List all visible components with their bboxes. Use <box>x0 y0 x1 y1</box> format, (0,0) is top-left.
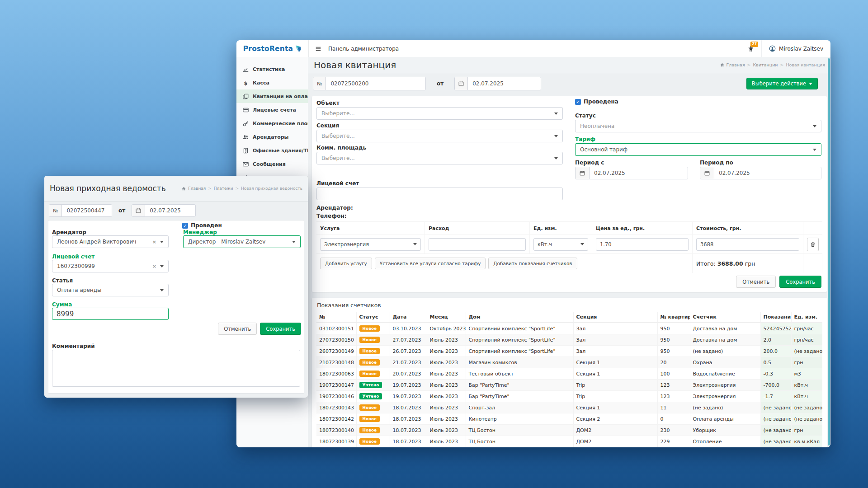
comm-area-select[interactable]: Выберите... <box>316 152 563 164</box>
table-row[interactable]: 26072300149Новое26.07.2023Июль 2023Спорт… <box>316 346 822 357</box>
receipt-date-input[interactable] <box>468 77 541 90</box>
table-row[interactable]: 27072300150Новое27.07.2023Июль 2023Спорт… <box>316 334 822 346</box>
cancel-button[interactable]: Отменить <box>736 276 776 288</box>
hamburger-icon[interactable] <box>308 40 328 57</box>
save-button[interactable]: Сохранить <box>260 323 301 335</box>
breadcrumb-item[interactable]: Главная <box>188 186 206 191</box>
posted-checkbox[interactable]: ✓ Проведена <box>575 99 618 105</box>
status-label: Статус <box>575 113 596 119</box>
period-to-input[interactable] <box>714 167 821 179</box>
table-cell: Доставка на дом <box>690 334 760 346</box>
table-cell: (не задано) <box>690 346 760 357</box>
table-cell: 18072300140 <box>316 425 356 436</box>
table-row[interactable]: 19072300146Учтено19.07.2023Июль 2023Бар … <box>316 391 822 402</box>
users-icon <box>243 134 249 140</box>
account-select[interactable]: 16072300999× <box>52 260 169 272</box>
statement-date-group <box>132 204 196 217</box>
breadcrumb: Главная>Квитанции>Новая квитанция <box>720 62 825 67</box>
price-input[interactable] <box>596 239 688 250</box>
clear-icon[interactable]: × <box>152 239 156 244</box>
manager-select[interactable]: Директор - Miroslav Zaitsev <box>183 235 301 248</box>
services-buttons: Добавить услугу Установить все услуги со… <box>316 254 693 273</box>
breadcrumb-item: Новая приходная ведомость <box>241 186 302 191</box>
table-cell: 27072300150 <box>316 334 356 346</box>
amount-input[interactable] <box>52 308 169 320</box>
tariff-select[interactable]: Основной тариф <box>575 143 821 156</box>
add-service-button[interactable]: Добавить услугу <box>320 258 372 269</box>
calendar-icon <box>132 205 145 216</box>
cost-input[interactable] <box>697 239 799 250</box>
caret-down-icon <box>809 83 812 85</box>
status-badge: Новое <box>359 427 380 433</box>
add-meter-readings-button[interactable]: Добавить показания счетчиков <box>488 258 577 269</box>
receipt-number-input[interactable] <box>326 77 425 90</box>
sidebar-item-commercial[interactable]: Коммерческие площади <box>236 117 308 130</box>
sidebar-item-buildings[interactable]: Офисные здания/ТРЦ <box>236 144 308 157</box>
user-menu[interactable]: Miroslav Zaitsev <box>762 40 830 57</box>
statement-number-group: № <box>49 204 112 217</box>
tenant-select[interactable]: Леонов Андрей Викторович× <box>52 235 169 248</box>
table-cell: Новое <box>356 413 390 425</box>
trash-icon <box>810 242 816 247</box>
breadcrumb-item[interactable]: Главная <box>726 62 745 67</box>
key-icon <box>243 121 249 127</box>
article-select[interactable]: Оплата аренды <box>52 284 169 296</box>
notifications-button[interactable]: 27 <box>741 40 762 57</box>
table-cell: Тестовый объект <box>466 368 573 380</box>
brand-logo[interactable]: ProstoRenta <box>236 40 309 57</box>
period-from-group <box>575 167 688 179</box>
delete-service-button[interactable] <box>807 238 819 251</box>
posted-checkbox[interactable]: ✓ Проведен <box>182 222 222 229</box>
table-row[interactable]: 18072300063Новое20.07.2023Июль 2023Тесто… <box>316 368 822 380</box>
set-all-services-button[interactable]: Установить все услуги согласно тарифу <box>375 258 486 269</box>
sidebar-item-messages[interactable]: Сообщения <box>236 157 308 171</box>
unit-select[interactable]: кВт.ч <box>533 238 588 251</box>
breadcrumb-item[interactable]: Квитанции <box>753 62 778 67</box>
clear-icon[interactable]: × <box>152 264 156 269</box>
period-from-input[interactable] <box>590 167 688 179</box>
sidebar-item-cash[interactable]: $Касса <box>236 76 308 89</box>
table-cell: Новое <box>356 357 390 368</box>
statement-date-input[interactable] <box>145 205 196 216</box>
account-input[interactable] <box>316 188 563 200</box>
income-statement-window: Новая приходная ведомость Главная>Платеж… <box>44 176 308 398</box>
sidebar-item-label: Лицевые счета <box>253 107 296 113</box>
meters-column-header: Секция <box>573 312 657 323</box>
table-row[interactable]: 18072300143Новое18.07.2023Июль 2023Спорт… <box>316 402 822 413</box>
sidebar-item-tenants[interactable]: Арендаторы <box>236 130 308 144</box>
section-select[interactable]: Выберите... <box>316 130 563 142</box>
table-row[interactable]: 21072300148Новое21.07.2023Июль 2023Магаз… <box>316 357 822 368</box>
breadcrumb-separator: > <box>236 186 239 191</box>
sidebar-item-label: Офисные здания/ТРЦ <box>253 148 308 154</box>
table-cell: 20.07.2023 <box>390 368 427 380</box>
sidebar-item-stats[interactable]: Статистика <box>236 62 308 76</box>
table-cell: 950 <box>657 323 690 334</box>
table-row[interactable]: 03102300151Новое03.10.2023Октябрь 2023Сп… <box>316 323 822 334</box>
table-cell: 18.07.2023 <box>390 425 427 436</box>
save-button[interactable]: Сохранить <box>779 276 821 288</box>
table-cell: 18.07.2023 <box>390 402 427 413</box>
table-cell: Новое <box>356 402 390 413</box>
sidebar-item-accounts[interactable]: Лицевые счета <box>236 103 308 117</box>
cancel-button[interactable]: Отменить <box>218 323 257 335</box>
content-area: Новая квитанция Главная>Квитанции>Новая … <box>308 57 830 447</box>
expense-input[interactable] <box>429 239 525 250</box>
status-select[interactable]: Неоплачена <box>575 120 821 132</box>
window-scrollbar[interactable] <box>828 58 830 446</box>
table-row[interactable]: 18072300139Новое18.07.2023Июль 2023ТЦ Бо… <box>316 436 822 447</box>
table-cell: 524245252.0 <box>760 323 791 334</box>
service-select[interactable]: Электроэнергия <box>320 238 421 251</box>
table-cell: Спортивний комплекс "SportLife" <box>466 346 573 357</box>
sidebar-item-receipts[interactable]: Квитанции на оплату <box>236 89 308 103</box>
statement-number-input[interactable] <box>62 205 112 216</box>
comment-textarea[interactable] <box>52 350 300 387</box>
table-cell: Учтено <box>356 391 390 402</box>
table-row[interactable]: 19072300147Учтено19.07.2023Июль 2023Бар … <box>316 380 822 391</box>
choose-action-button[interactable]: Выберите действие <box>746 78 818 89</box>
table-cell: 200.0 <box>760 346 791 357</box>
table-row[interactable]: 18072300140Новое18.07.2023Июль 2023ТЦ Бо… <box>316 425 822 436</box>
table-row[interactable]: 18072300142Новое18.07.2023Июль 2023Кинот… <box>316 413 822 425</box>
table-cell: Июль 2023 <box>427 334 466 346</box>
breadcrumb-item[interactable]: Платежи <box>214 186 233 191</box>
object-select[interactable]: Выберите... <box>316 107 563 120</box>
